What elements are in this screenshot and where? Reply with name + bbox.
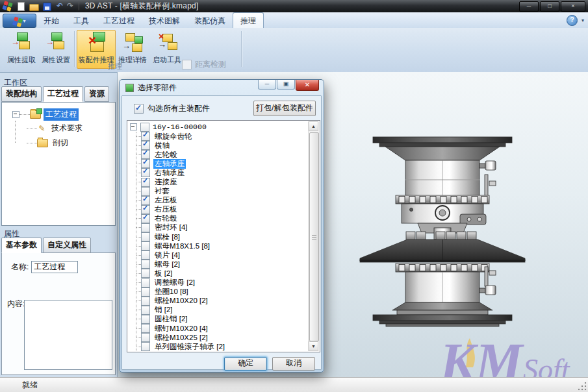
part-checkbox[interactable]	[141, 306, 150, 315]
tree-node[interactable]: ✎技术要求	[27, 121, 115, 136]
part-label[interactable]: 右轴承座	[153, 168, 186, 178]
scrollbar[interactable]: ▲ ▼	[308, 121, 319, 351]
workspace-tab-1[interactable]: 装配结构	[1, 86, 42, 102]
parts-tree-item[interactable]: 右轴承座	[136, 168, 309, 177]
parts-tree-item[interactable]: 连接座	[136, 177, 309, 186]
part-checkbox[interactable]	[141, 223, 150, 232]
pack-unpack-button[interactable]: 打包/解包装配件	[253, 101, 316, 116]
parts-tree-item[interactable]: 密封环 [4]	[136, 223, 309, 232]
parts-tree-root[interactable]: 16y-16-00000	[130, 122, 309, 132]
parts-tree-item[interactable]: 螺旋伞齿轮	[136, 132, 309, 141]
part-label[interactable]: 锁片 [4]	[153, 251, 181, 260]
collapse-icon[interactable]	[130, 123, 137, 130]
chevron-down-icon[interactable]: ▾	[582, 18, 584, 23]
part-checkbox[interactable]	[141, 178, 150, 187]
dialog-minimize-button[interactable]: ─	[258, 80, 276, 90]
part-checkbox[interactable]	[141, 297, 150, 306]
parts-tree-item[interactable]: 单列圆锥滚子轴承 [2]	[136, 342, 309, 351]
parts-tree-item[interactable]: 衬套	[136, 187, 309, 196]
part-label[interactable]: 螺母 [2]	[153, 260, 181, 269]
part-label[interactable]: 螺栓M10X25 [2]	[153, 333, 209, 343]
minimize-button[interactable]: ─	[519, 1, 539, 12]
dialog-maximize-button[interactable]: ▣	[277, 80, 295, 90]
part-label[interactable]: 左轴承座	[153, 159, 186, 169]
parts-tree-item[interactable]: 螺母M18X1.5 [8]	[136, 241, 309, 251]
tree-node-process[interactable]: 工艺过程	[12, 108, 115, 121]
close-button[interactable]: ×	[561, 1, 585, 12]
ribbon-tab-4[interactable]: 技术图解	[142, 13, 187, 28]
part-checkbox[interactable]	[141, 269, 150, 278]
part-label[interactable]: 横轴	[153, 141, 171, 151]
ribbon-tab-1[interactable]: 开始	[36, 13, 66, 28]
ok-button[interactable]: 确定	[224, 357, 267, 371]
extract-button[interactable]: →属性提取	[4, 30, 39, 69]
part-checkbox[interactable]	[141, 342, 150, 351]
ribbon-tab-5[interactable]: 装配仿真	[187, 13, 233, 28]
dialog-title-bar[interactable]: 选择零部件 ─ ▣ ✕	[120, 80, 324, 95]
scroll-down-icon[interactable]: ▼	[309, 341, 318, 351]
part-label[interactable]: 螺栓 [8]	[153, 232, 181, 242]
part-checkbox[interactable]	[141, 333, 150, 342]
part-label[interactable]: 衬套	[153, 186, 171, 196]
part-label[interactable]: 垫圈10 [8]	[153, 287, 190, 297]
tree-node-label[interactable]: 工艺过程	[44, 108, 79, 121]
select-all-row[interactable]: 勾选所有主装配件	[130, 103, 210, 114]
part-label[interactable]: 左轮毂	[153, 150, 179, 160]
part-checkbox[interactable]	[141, 315, 150, 324]
parts-tree-item[interactable]: 垫圈10 [8]	[136, 288, 309, 297]
parts-tree-item[interactable]: 销 [2]	[136, 306, 309, 315]
part-label[interactable]: 调整螺母 [2]	[153, 278, 196, 288]
parts-tree-item[interactable]: 螺钉M10X20 [4]	[136, 324, 309, 333]
part-label[interactable]: 螺钉M10X20 [4]	[153, 324, 209, 334]
workspace-tab-2[interactable]: 工艺过程	[43, 86, 83, 102]
content-textarea[interactable]	[24, 300, 112, 370]
ribbon-tab-6[interactable]: 推理	[233, 12, 264, 28]
ribbon-tab-2[interactable]: 工具	[66, 13, 96, 28]
name-input[interactable]	[31, 261, 78, 273]
save-icon[interactable]	[42, 1, 53, 11]
part-label[interactable]: 螺母M18X1.5 [8]	[153, 241, 211, 251]
help-icon[interactable]: ?	[567, 15, 578, 26]
parts-tree-item[interactable]: 调整螺母 [2]	[136, 278, 309, 288]
undo-icon[interactable]: ↶	[55, 1, 65, 11]
parts-tree-item[interactable]: 右压板	[136, 205, 309, 214]
part-label[interactable]: 右轮毂	[153, 214, 179, 223]
part-checkbox[interactable]	[141, 278, 150, 288]
parts-tree-item[interactable]: 螺栓M10X25 [2]	[136, 333, 309, 342]
part-checkbox[interactable]	[141, 288, 150, 297]
redo-icon[interactable]: ↷	[65, 1, 75, 11]
maximize-button[interactable]: □	[540, 1, 559, 12]
parts-tree-item[interactable]: 左轮毂	[136, 150, 309, 159]
parts-tree-item[interactable]: 左轴承座	[136, 159, 309, 168]
part-label[interactable]: 右压板	[153, 204, 179, 214]
parts-tree-item[interactable]: 螺栓 [8]	[136, 232, 309, 241]
settings-button[interactable]: →属性设置	[38, 30, 73, 69]
select-all-checkbox[interactable]	[134, 104, 144, 114]
resize-grip[interactable]	[578, 382, 587, 391]
open-folder-icon[interactable]	[29, 1, 40, 11]
parts-tree-item[interactable]: 螺母 [2]	[136, 260, 309, 269]
tree-node-label[interactable]: 技术要求	[49, 122, 84, 134]
part-label[interactable]: 连接座	[153, 177, 179, 187]
part-label[interactable]: 左压板	[153, 195, 179, 205]
part-checkbox[interactable]	[141, 232, 150, 241]
launch-button[interactable]: ×→启动工具	[149, 30, 185, 69]
application-menu-button[interactable]: ▾	[3, 14, 36, 28]
part-label[interactable]: 螺旋伞齿轮	[153, 132, 194, 141]
parts-tree-item[interactable]: 左压板	[136, 196, 309, 205]
new-document-icon[interactable]	[16, 1, 27, 11]
workspace-tab-3[interactable]: 资源	[84, 86, 109, 102]
ribbon-tab-3[interactable]: 工艺过程	[96, 13, 142, 28]
part-label[interactable]: 单列圆锥滚子轴承 [2]	[153, 342, 226, 352]
app-logo-icon[interactable]	[1, 0, 14, 12]
parts-tree-item[interactable]: 横轴	[136, 141, 309, 150]
parts-tree-item[interactable]: 螺栓M10X20 [2]	[136, 297, 309, 306]
scroll-up-icon[interactable]: ▲	[309, 121, 318, 131]
parts-tree-item[interactable]: 锁片 [4]	[136, 251, 309, 260]
parts-tree-item[interactable]: 板 [2]	[136, 269, 309, 278]
part-label[interactable]: 销 [2]	[153, 305, 173, 315]
collapse-icon[interactable]	[12, 111, 19, 118]
part-checkbox[interactable]	[141, 251, 150, 260]
parts-tree-item[interactable]: 右轮毂	[136, 214, 309, 223]
part-label[interactable]: 圆柱销 [2]	[153, 314, 188, 324]
